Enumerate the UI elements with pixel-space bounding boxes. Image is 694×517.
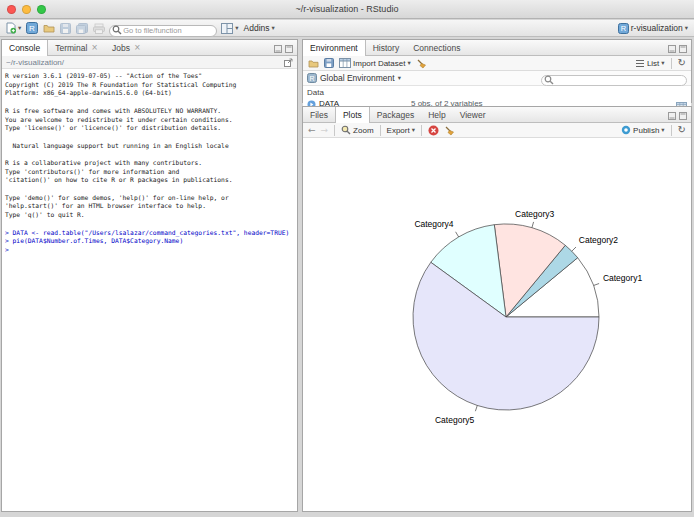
- plot-area: Category1Category2Category3Category4Cate…: [303, 138, 691, 511]
- chevron-down-icon: ▾: [407, 60, 410, 67]
- forward-arrow-icon: →: [321, 126, 329, 135]
- toolbar-divider: [671, 58, 672, 69]
- fullscreen-window-button[interactable]: [37, 5, 46, 14]
- chevron-down-icon: ▾: [18, 25, 21, 32]
- new-project-button[interactable]: R: [25, 21, 39, 35]
- chevron-down-icon: ▾: [398, 75, 401, 82]
- tab-packages[interactable]: Packages: [370, 107, 421, 122]
- open-folder-icon: [43, 23, 55, 33]
- tab-help-label: Help: [428, 110, 445, 120]
- chevron-down-icon: ▾: [685, 25, 688, 32]
- tab-console[interactable]: Console: [2, 40, 48, 56]
- close-window-button[interactable]: [7, 5, 16, 14]
- pie-label: Category2: [579, 235, 618, 245]
- pie-label: Category5: [435, 415, 474, 425]
- tab-help[interactable]: Help: [421, 107, 452, 122]
- toolbar-divider: [671, 125, 672, 136]
- pie-label: Category4: [414, 219, 453, 229]
- print-button[interactable]: [92, 21, 106, 35]
- new-file-button[interactable]: ▾: [5, 21, 22, 35]
- save-icon: [60, 23, 71, 34]
- tab-jobs[interactable]: Jobs×: [105, 40, 148, 55]
- console-output[interactable]: R version 3.6.1 (2019-07-05) -- "Action …: [2, 69, 297, 511]
- r-project-icon: R: [26, 22, 38, 34]
- import-dataset-menu[interactable]: Import Dataset ▾: [338, 56, 412, 70]
- chevron-down-icon: ▾: [272, 25, 275, 32]
- chevron-down-icon: ▾: [661, 127, 664, 134]
- plots-tabbar: Files Plots Packages Help Viewer: [303, 107, 691, 123]
- next-plot-button[interactable]: →: [320, 123, 330, 137]
- tab-connections-label: Connections: [413, 43, 460, 53]
- console-input-line: > pie(DATA$Number.of.Times, DATA$Categor…: [5, 237, 297, 246]
- console-input-line: > DATA <- read.table("/Users/lsalazar/co…: [5, 229, 297, 238]
- tab-environment[interactable]: Environment: [303, 40, 366, 56]
- save-workspace-button[interactable]: [323, 56, 335, 70]
- clear-objects-button[interactable]: [415, 56, 428, 70]
- console-pane: Console Terminal× Jobs× ~/r-visualizatio…: [1, 39, 298, 512]
- minimize-pane-icon[interactable]: [274, 39, 282, 57]
- console-output-line: Type 'demo()' for some demos, 'help()' f…: [5, 194, 297, 203]
- tab-plots[interactable]: Plots: [335, 107, 370, 123]
- toolbar-divider: [334, 125, 335, 136]
- remove-plot-button[interactable]: [427, 123, 440, 137]
- environment-search-input[interactable]: [541, 75, 687, 86]
- chevron-down-icon: ▾: [661, 60, 664, 67]
- goto-file-search[interactable]: [109, 19, 217, 37]
- console-output-line: Type 'contributors()' for more informati…: [5, 168, 297, 177]
- maximize-pane-icon[interactable]: [679, 39, 687, 57]
- tab-terminal[interactable]: Terminal×: [48, 40, 105, 55]
- open-folder-icon: [308, 59, 319, 68]
- previous-plot-button[interactable]: ←: [307, 123, 317, 137]
- print-icon: [93, 23, 105, 34]
- search-icon: [112, 21, 122, 39]
- tab-files[interactable]: Files: [303, 107, 335, 122]
- pie-label-tick: [475, 405, 477, 411]
- tab-viewer-label: Viewer: [460, 110, 486, 120]
- environment-tabbar: Environment History Connections: [303, 40, 691, 56]
- addins-menu[interactable]: Addins ▾: [243, 21, 276, 35]
- open-file-button[interactable]: [42, 21, 56, 35]
- minimize-window-button[interactable]: [22, 5, 31, 14]
- tab-files-label: Files: [310, 110, 328, 120]
- save-button[interactable]: [59, 21, 72, 35]
- panes-layout-icon: [221, 23, 233, 34]
- tab-viewer[interactable]: Viewer: [453, 107, 493, 122]
- pie-label: Category1: [603, 273, 642, 283]
- console-output-line: [5, 185, 297, 194]
- export-plot-menu[interactable]: Export ▾: [386, 123, 416, 137]
- minimize-pane-icon[interactable]: [668, 39, 676, 57]
- environment-pane: Environment History Connections Import D…: [302, 39, 692, 103]
- save-all-button[interactable]: [75, 21, 89, 35]
- refresh-plots-button[interactable]: ↻: [677, 123, 687, 137]
- console-output-line: R version 3.6.1 (2019-07-05) -- "Action …: [5, 72, 297, 81]
- clear-plots-button[interactable]: [443, 123, 456, 137]
- maximize-pane-icon[interactable]: [679, 106, 687, 124]
- chevron-down-icon: ▾: [412, 127, 415, 134]
- project-menu[interactable]: R r-visualization ▾: [617, 21, 689, 35]
- search-icon: [544, 71, 554, 89]
- environment-search[interactable]: [541, 69, 687, 87]
- titlebar: ~/r-visualization - RStudio: [0, 0, 694, 19]
- minimize-pane-icon[interactable]: [668, 106, 676, 124]
- list-view-menu[interactable]: List ▾: [634, 56, 666, 70]
- tab-history[interactable]: History: [366, 40, 406, 55]
- tab-console-label: Console: [9, 43, 40, 53]
- workspace-panes-button[interactable]: ▾: [220, 21, 239, 35]
- tab-connections[interactable]: Connections: [406, 40, 467, 55]
- console-tabbar: Console Terminal× Jobs×: [2, 40, 297, 56]
- refresh-environment-button[interactable]: ↻: [677, 56, 687, 70]
- plots-toolbar: ← → Zoom Export ▾ Publish ▾ ↻: [303, 123, 691, 138]
- zoom-plot-button[interactable]: Zoom: [340, 123, 374, 137]
- console-header: ~/r-visualization/: [2, 56, 297, 69]
- toolbar-divider: [421, 125, 422, 136]
- main-toolbar: ▾ R ▾ Addins ▾ R r-visualization ▾: [0, 20, 694, 37]
- environment-scope-menu[interactable]: Global Environment: [320, 73, 395, 83]
- load-workspace-button[interactable]: [307, 56, 320, 70]
- export-label: Export: [387, 126, 410, 135]
- close-jobs-tab-icon[interactable]: ×: [134, 44, 141, 52]
- save-icon: [324, 58, 334, 68]
- plots-pane-controls: [668, 107, 691, 122]
- goto-file-input[interactable]: [109, 25, 217, 37]
- close-terminal-tab-icon[interactable]: ×: [91, 44, 98, 52]
- publish-menu[interactable]: Publish ▾: [620, 123, 666, 137]
